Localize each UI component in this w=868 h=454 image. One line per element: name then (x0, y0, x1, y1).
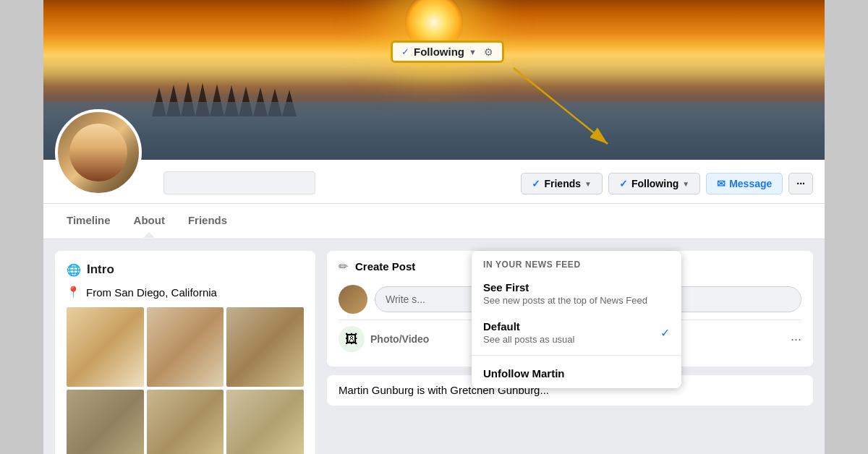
nav-tabs: Timeline About Friends (43, 203, 825, 239)
globe-icon: 🌐 (67, 263, 81, 277)
unfollow-label: Unfollow Martin (483, 367, 565, 380)
photo-cell-4[interactable] (67, 390, 144, 454)
avatar-figure (69, 124, 127, 181)
photo-cell-3[interactable] (226, 307, 304, 387)
profile-section: ✓ Friends ▼ ✓ Following ▼ ✉ Message ··· (43, 160, 825, 239)
location-icon: 📍 (67, 286, 80, 299)
see-first-title: See First (483, 281, 670, 294)
tab-timeline[interactable]: Timeline (55, 204, 122, 239)
avatar (55, 109, 142, 196)
more-dots-icon: ··· (796, 178, 805, 189)
default-desc: See all posts as usual (483, 334, 670, 345)
following-btn-check-icon: ✓ (619, 178, 628, 189)
page-wrapper: ✓ Following ▼ ⚙ (43, 0, 825, 454)
location-text: From San Diego, California (86, 286, 217, 299)
profile-info-row: ✓ Friends ▼ ✓ Following ▼ ✉ Message ··· (43, 160, 825, 203)
tab-about[interactable]: About (122, 204, 176, 239)
dropdown-divider (472, 355, 681, 356)
following-highlight-gear: ⚙ (484, 46, 493, 58)
friends-label: Friends (544, 178, 581, 189)
photo-video-label: Photo/Video (370, 333, 429, 345)
dropdown-unfollow[interactable]: Unfollow Martin (472, 359, 681, 388)
following-check-icon: ✓ (401, 46, 409, 57)
following-highlight-label: Following (414, 46, 464, 58)
following-highlight-box[interactable]: ✓ Following ▼ ⚙ (391, 40, 504, 63)
photo-cell-1[interactable] (67, 307, 144, 387)
dropdown-default[interactable]: Default See all posts as usual ✓ (472, 313, 681, 352)
left-column: 🌐 Intro 📍 From San Diego, California (55, 251, 315, 454)
see-first-desc: See new posts at the top of News Feed (483, 295, 670, 306)
following-button[interactable]: ✓ Following ▼ (608, 173, 700, 194)
dropdown-section-label: IN YOUR NEWS FEED (472, 251, 681, 274)
message-icon: ✉ (717, 178, 726, 189)
about-tab-indicator (143, 232, 155, 238)
photo-cell-5[interactable] (147, 390, 224, 454)
following-btn-label: Following (631, 178, 678, 189)
message-button[interactable]: ✉ Message (706, 173, 783, 194)
post-more-dots[interactable]: ··· (791, 332, 801, 347)
default-check-icon: ✓ (660, 326, 670, 340)
intro-box: 🌐 Intro 📍 From San Diego, California (55, 251, 315, 454)
pencil-icon: ✏ (339, 260, 348, 273)
more-options-button[interactable]: ··· (788, 173, 813, 194)
following-highlight-arrow: ▼ (469, 48, 477, 56)
following-dropdown: IN YOUR NEWS FEED See First See new post… (472, 251, 681, 388)
default-title: Default (483, 320, 670, 333)
friends-check-icon: ✓ (532, 178, 540, 189)
photo-cell-6[interactable] (226, 390, 304, 454)
following-btn-caret-icon: ▼ (682, 180, 689, 188)
main-content: 🌐 Intro 📍 From San Diego, California (43, 239, 825, 454)
write-placeholder: Write s... (386, 294, 425, 305)
post-avatar (339, 285, 367, 314)
intro-title: 🌐 Intro (67, 262, 304, 277)
name-input[interactable] (163, 171, 315, 194)
photo-grid (67, 307, 304, 454)
dropdown-see-first[interactable]: See First See new posts at the top of Ne… (472, 274, 681, 313)
action-buttons: ✓ Friends ▼ ✓ Following ▼ ✉ Message ··· (521, 173, 813, 203)
intro-location: 📍 From San Diego, California (67, 286, 304, 299)
message-label: Message (729, 178, 772, 189)
photo-cell-2[interactable] (147, 307, 224, 387)
right-column: ✏ Create Post Write s... 🖼 Photo/Video ·… (327, 251, 813, 454)
cover-photo: ✓ Following ▼ ⚙ (43, 0, 825, 160)
intro-title-text: Intro (87, 262, 114, 277)
create-post-label: Create Post (355, 260, 415, 273)
water-decoration (43, 102, 825, 160)
photo-video-icon: 🖼 (339, 326, 365, 352)
friends-button[interactable]: ✓ Friends ▼ (521, 173, 602, 194)
name-area (163, 171, 315, 203)
tab-friends[interactable]: Friends (176, 204, 239, 239)
friends-caret-icon: ▼ (584, 180, 592, 188)
